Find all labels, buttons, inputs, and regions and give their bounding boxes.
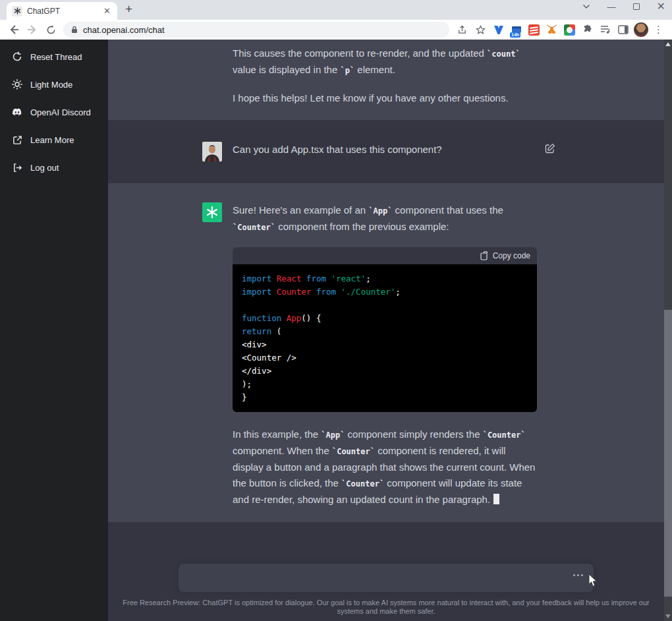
chatgpt-sidebar: Reset Thread Light Mode OpenAI Discord L… bbox=[0, 40, 108, 621]
page-scrollbar[interactable] bbox=[664, 40, 672, 621]
tab-title: ChatGPT bbox=[27, 7, 98, 16]
lock-icon bbox=[71, 26, 78, 34]
reload-button[interactable] bbox=[42, 21, 59, 38]
sidebar-item-label: Log out bbox=[30, 163, 59, 173]
side-panel-icon[interactable] bbox=[615, 22, 631, 38]
code-block-header: Copy code bbox=[233, 247, 537, 264]
browser-window: ChatGPT ✕ + — ✕ chat.openai.com/chat bbox=[0, 0, 672, 621]
copy-code-label: Copy code bbox=[493, 248, 530, 264]
sidebar-item-label: Light Mode bbox=[30, 80, 72, 90]
window-minimize-button[interactable]: — bbox=[607, 3, 616, 11]
streaming-cursor bbox=[493, 494, 499, 504]
code-content[interactable]: import React from 'react';import Counter… bbox=[233, 264, 537, 412]
copy-code-button[interactable]: Copy code bbox=[480, 248, 530, 264]
sidebar-item-log-out[interactable]: Log out bbox=[3, 154, 105, 181]
assistant-paragraph: I hope this helps! Let me know if you ha… bbox=[233, 90, 537, 106]
extension-metamask-icon[interactable] bbox=[544, 22, 560, 38]
streaming-dots-indicator bbox=[573, 574, 583, 576]
assistant-intro-text: Sure! Here's an example of an `App` comp… bbox=[233, 202, 537, 235]
window-close-button[interactable]: ✕ bbox=[657, 1, 665, 12]
extensions-puzzle-icon[interactable] bbox=[579, 22, 596, 38]
refresh-icon bbox=[12, 51, 22, 62]
window-maximize-button[interactable] bbox=[633, 3, 640, 10]
browser-tab-chatgpt[interactable]: ChatGPT ✕ bbox=[7, 2, 117, 20]
scrollbar-down-arrow-icon[interactable] bbox=[665, 614, 671, 618]
sidebar-item-label: Learn More bbox=[30, 135, 74, 145]
share-icon[interactable] bbox=[453, 21, 470, 38]
browser-profile-avatar[interactable] bbox=[632, 22, 649, 38]
logout-icon bbox=[12, 162, 22, 173]
sidebar-item-label: OpenAI Discord bbox=[30, 107, 91, 117]
bookmark-star-icon[interactable] bbox=[472, 21, 489, 38]
openai-favicon-icon bbox=[12, 6, 22, 16]
scrollbar-up-arrow-icon[interactable] bbox=[665, 42, 671, 46]
sidebar-item-reset-thread[interactable]: Reset Thread bbox=[3, 44, 105, 70]
extension-todoist-icon[interactable] bbox=[526, 22, 542, 38]
assistant-message-previous: This causes the component to re-render, … bbox=[108, 40, 664, 120]
address-bar[interactable]: chat.openai.com/chat bbox=[63, 22, 449, 38]
discord-icon bbox=[12, 107, 22, 117]
browser-menu-kebab-icon[interactable]: ⋮ bbox=[650, 22, 667, 38]
assistant-outro-text: In this example, the `App` component sim… bbox=[233, 427, 537, 508]
footer-disclaimer: Free Research Preview: ChatGPT is optimi… bbox=[111, 599, 661, 616]
assistant-paragraph: This causes the component to re-render, … bbox=[233, 45, 537, 78]
user-message-text: Can you add App.tsx that uses this compo… bbox=[233, 142, 537, 158]
chatgpt-avatar bbox=[202, 202, 222, 222]
user-message-row: Can you add App.tsx that uses this compo… bbox=[108, 120, 664, 183]
extension-badge: 14h bbox=[510, 32, 520, 38]
mouse-cursor bbox=[588, 574, 598, 587]
prompt-input[interactable] bbox=[179, 564, 594, 592]
clipboard-icon bbox=[480, 251, 489, 260]
user-avatar bbox=[202, 142, 222, 162]
extension-capture-icon[interactable] bbox=[561, 22, 578, 38]
chat-main: This causes the component to re-render, … bbox=[108, 40, 664, 621]
tab-strip: ChatGPT ✕ + — ✕ bbox=[0, 0, 672, 20]
forward-button[interactable] bbox=[24, 21, 41, 38]
sidebar-item-light-mode[interactable]: Light Mode bbox=[3, 71, 105, 98]
code-block: Copy code import React from 'react';impo… bbox=[233, 247, 537, 412]
sidebar-item-openai-discord[interactable]: OpenAI Discord bbox=[3, 99, 105, 125]
scrollbar-thumb[interactable] bbox=[664, 310, 672, 597]
url-text: chat.openai.com/chat bbox=[83, 25, 165, 35]
sidebar-item-learn-more[interactable]: Learn More bbox=[3, 127, 105, 153]
sidebar-item-label: Reset Thread bbox=[30, 52, 82, 62]
edit-message-icon[interactable] bbox=[545, 143, 555, 183]
tab-search-chevron-icon[interactable] bbox=[582, 4, 590, 9]
sun-icon bbox=[12, 79, 22, 90]
new-tab-button[interactable]: + bbox=[125, 2, 132, 16]
external-link-icon bbox=[12, 134, 22, 145]
back-button[interactable] bbox=[5, 21, 22, 38]
tab-close-icon[interactable]: ✕ bbox=[102, 5, 112, 16]
assistant-message-current: Sure! Here's an example of an `App` comp… bbox=[108, 183, 664, 522]
extension-v-icon[interactable] bbox=[490, 22, 507, 38]
reading-list-icon[interactable] bbox=[597, 22, 613, 38]
extension-timer-icon[interactable]: 14h bbox=[508, 22, 524, 38]
browser-toolbar: chat.openai.com/chat 14h bbox=[0, 20, 672, 40]
composer-area: Free Research Preview: ChatGPT is optimi… bbox=[108, 522, 664, 621]
